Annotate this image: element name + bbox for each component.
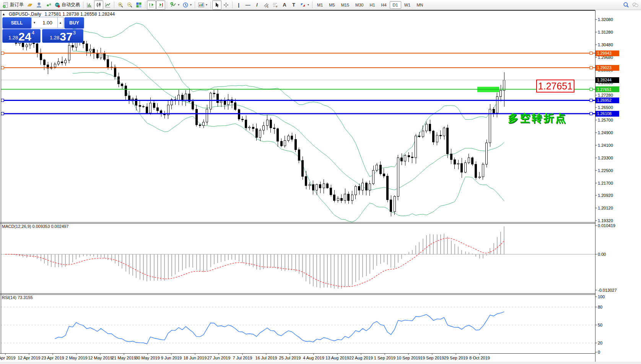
rsi-axis-label: 50 xyxy=(598,323,602,327)
volume-input[interactable] xyxy=(37,20,58,26)
price-badge: 1.27651 xyxy=(595,86,619,92)
axis-tick-label: 1.21700 xyxy=(598,181,613,185)
date-tick-label: 8 Oct 2019 xyxy=(469,356,490,360)
rsi-axis-label: 100 xyxy=(598,294,605,299)
chart-header: ▲ GBPUSD-,Daily 1.27581 1.28738 1.26558 … xyxy=(2,11,115,17)
date-tick-label: 3 Apr 2019 xyxy=(0,356,16,360)
price-badge: 1.26108 xyxy=(595,111,619,117)
date-tick-label: 27 Jun 2019 xyxy=(207,356,231,360)
symbol-title: GBPUSD-,Daily xyxy=(9,11,41,17)
ohlc-values: 1.27581 1.28738 1.26558 1.28244 xyxy=(45,11,115,17)
axis-tick-label: 1.23300 xyxy=(598,156,613,160)
buy-quote[interactable]: 1.28 37 3 xyxy=(42,29,83,43)
chinese-annotation[interactable]: 多空转折点 xyxy=(508,111,567,125)
volume-decrease-button[interactable]: ▼ xyxy=(31,17,37,28)
date-tick-label: 23 Apr 2019 xyxy=(41,356,64,360)
axis-tick-label: 1.22500 xyxy=(598,168,613,173)
date-tick-label: 10 Sep 2019 xyxy=(397,356,420,360)
price-badge: 1.26952 xyxy=(595,98,619,103)
volume-field-wrap xyxy=(37,17,58,28)
price-badge: 1.29023 xyxy=(595,65,619,71)
sell-button[interactable]: SELL xyxy=(2,17,31,29)
price-badge: 1.29943 xyxy=(595,50,619,56)
date-tick-label: 12 Apr 2019 xyxy=(18,356,40,360)
chart-canvas[interactable] xyxy=(0,0,641,364)
sell-quote[interactable]: 1.28 24 4 xyxy=(2,29,41,43)
axis-tick-label: 1.24100 xyxy=(598,143,613,148)
date-tick-label: 16 Jul 2019 xyxy=(255,356,277,360)
date-tick-label: 7 Jul 2019 xyxy=(233,356,252,360)
buy-price-prefix: 1.28 xyxy=(50,35,59,41)
axis-tick-label: 1.24900 xyxy=(598,130,613,135)
buy-price-big: 37 xyxy=(60,32,72,42)
date-tick-label: 2 May 2019 xyxy=(65,356,87,360)
buy-price-pip: 3 xyxy=(73,30,76,36)
axis-tick-label: 1.20120 xyxy=(598,206,613,210)
date-tick-label: 25 Jul 2019 xyxy=(279,356,301,360)
rsi-axis-label: 80 xyxy=(598,305,602,309)
date-tick-label: 12 May 2019 xyxy=(88,356,112,360)
date-tick-label: 18 Jun 2019 xyxy=(184,356,207,360)
axis-tick-label: 1.26500 xyxy=(598,105,613,110)
date-tick-label: 19 Sep 2019 xyxy=(420,356,444,360)
date-tick-label: 21 May 2019 xyxy=(112,356,136,360)
date-tick-label: 22 Aug 2019 xyxy=(349,356,373,360)
date-tick-label: 4 Aug 2019 xyxy=(303,356,324,360)
date-tick-label: 29 Sep 2019 xyxy=(444,356,468,360)
collapse-icon[interactable]: ▲ xyxy=(2,12,5,16)
date-tick-label: 9 Jun 2019 xyxy=(161,356,182,360)
volume-increase-button[interactable]: ▲ xyxy=(57,17,63,28)
axis-tick-label: 1.25700 xyxy=(598,118,613,122)
axis-tick-label: 1.20920 xyxy=(598,193,613,198)
macd-label: MACD(12,26,9) 0.009353 0.002497 xyxy=(2,224,68,229)
date-tick-label: 13 Aug 2019 xyxy=(325,356,349,360)
axis-tick-label: 1.32080 xyxy=(598,17,613,22)
rsi-axis-label: 0 xyxy=(598,350,600,354)
sell-price-big: 24 xyxy=(18,32,31,42)
macd-axis-label: 0.00 xyxy=(598,252,606,257)
sell-price-pip: 4 xyxy=(32,30,34,36)
axis-tick-label: 1.30480 xyxy=(598,42,613,47)
rsi-label: RSI(14) 73.3155 xyxy=(2,295,33,300)
macd-axis-label: 0.010419 xyxy=(598,223,615,228)
one-click-trading-panel: SELL ▼ ▲ BUY 1.28 24 4 1.28 37 3 xyxy=(2,17,83,42)
sell-price-prefix: 1.28 xyxy=(8,35,18,41)
date-tick-label: 1 Sep 2019 xyxy=(374,356,395,360)
price-callout-label[interactable]: 1.27651 xyxy=(536,80,574,93)
rsi-axis-label: 20 xyxy=(598,341,602,345)
axis-tick-label: 1.31280 xyxy=(598,30,613,34)
axis-tick-label: 1.19320 xyxy=(598,218,613,223)
buy-button[interactable]: BUY xyxy=(64,17,84,29)
price-badge: 1.28244 xyxy=(595,77,619,83)
axis-tick-label: 1.27280 xyxy=(598,93,613,98)
date-tick-label: 30 May 2019 xyxy=(135,356,160,360)
macd-axis-label: -0.013027 xyxy=(598,288,617,292)
